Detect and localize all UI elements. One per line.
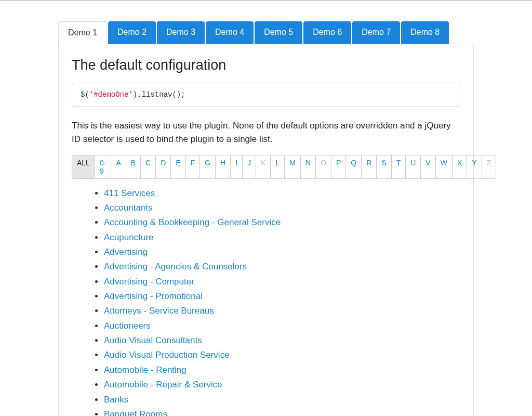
list-item: Banquet Rooms bbox=[104, 407, 460, 416]
list-item-link[interactable]: Acupuncture bbox=[104, 232, 153, 242]
code-snippet: $('#demoOne').listnav(); bbox=[72, 83, 460, 107]
tab-demo-3[interactable]: Demo 3 bbox=[157, 21, 205, 44]
code-prefix: $( bbox=[81, 90, 89, 99]
letter-h[interactable]: H bbox=[216, 155, 231, 178]
list-item: Banks bbox=[104, 393, 460, 407]
tab-demo-4[interactable]: Demo 4 bbox=[206, 21, 254, 44]
list-item: Audio Visual Production Service bbox=[104, 348, 460, 362]
list-item-link[interactable]: Audio Visual Consultants bbox=[104, 335, 202, 345]
letter-t[interactable]: T bbox=[392, 155, 406, 178]
description-text: This is the easiest way to use the plugi… bbox=[72, 119, 460, 147]
page-title: The default configuration bbox=[72, 57, 460, 73]
letter-e[interactable]: E bbox=[171, 155, 185, 178]
tab-content: The default configuration $('#demoOne').… bbox=[58, 44, 474, 416]
letter-p[interactable]: P bbox=[331, 155, 346, 178]
list-item-link[interactable]: Attorneys - Service Bureaus bbox=[104, 306, 214, 316]
list-item: Automobile - Renting bbox=[104, 363, 460, 378]
letter-s[interactable]: S bbox=[377, 155, 391, 178]
main-container: Demo 1Demo 2Demo 3Demo 4Demo 5Demo 6Demo… bbox=[58, 1, 474, 416]
list-item-link[interactable]: Advertising - Promotional bbox=[104, 291, 203, 301]
demo-tabs: Demo 1Demo 2Demo 3Demo 4Demo 5Demo 6Demo… bbox=[58, 21, 474, 44]
list-item-link[interactable]: Accountants bbox=[104, 203, 153, 213]
letter-v[interactable]: V bbox=[421, 155, 435, 178]
letter-g[interactable]: G bbox=[200, 155, 216, 178]
list-item-link[interactable]: Automobile - Repair & Service bbox=[104, 380, 222, 389]
list-item-link[interactable]: Banquet Rooms bbox=[104, 409, 167, 416]
list-item: 411 Services bbox=[104, 186, 460, 201]
code-selector: '#demoOne' bbox=[89, 90, 133, 99]
list-item-link[interactable]: Banks bbox=[104, 395, 128, 405]
list-item: Acupuncture bbox=[104, 230, 460, 245]
letter-i[interactable]: I bbox=[231, 155, 243, 178]
list-item-link[interactable]: Auctioneers bbox=[104, 321, 151, 331]
list-item-link[interactable]: Advertising - Agencies & Counselors bbox=[104, 262, 247, 271]
list-item: Audio Visual Consultants bbox=[104, 333, 460, 348]
tab-demo-2[interactable]: Demo 2 bbox=[108, 21, 156, 44]
letter-nav: ALL0-9ABCDEFGHIJKLMNOPQRSTUVWXYZ bbox=[72, 155, 496, 179]
tab-demo-1[interactable]: Demo 1 bbox=[58, 21, 107, 44]
list-item-link[interactable]: Advertising bbox=[104, 247, 148, 257]
letter-o: O bbox=[316, 155, 331, 178]
list-item-link[interactable]: Advertising - Computer bbox=[104, 277, 194, 287]
tab-demo-7[interactable]: Demo 7 bbox=[352, 21, 400, 44]
letter-a[interactable]: A bbox=[111, 155, 126, 178]
list-item-link[interactable]: 411 Services bbox=[104, 188, 155, 198]
list-item: Advertising - Computer bbox=[104, 275, 460, 289]
tab-demo-6[interactable]: Demo 6 bbox=[303, 21, 351, 44]
letter-r[interactable]: R bbox=[362, 155, 377, 178]
item-list: 411 ServicesAccountantsAccounting & Book… bbox=[104, 186, 460, 416]
list-item: Advertising - Promotional bbox=[104, 289, 460, 304]
list-item: Accountants bbox=[104, 201, 460, 215]
list-item-link[interactable]: Audio Visual Production Service bbox=[104, 350, 230, 360]
list-item: Auctioneers bbox=[104, 319, 460, 333]
letter-m[interactable]: M bbox=[285, 155, 301, 178]
letter-b[interactable]: B bbox=[126, 155, 141, 178]
letter-u[interactable]: U bbox=[406, 155, 421, 178]
letter-k: K bbox=[256, 155, 271, 178]
list-item: Accounting & Bookkeeping - General Servi… bbox=[104, 215, 460, 230]
letter-y[interactable]: Y bbox=[467, 155, 482, 178]
list-item: Advertising bbox=[104, 245, 460, 259]
letter-l[interactable]: L bbox=[271, 155, 285, 178]
letter-d[interactable]: D bbox=[156, 155, 171, 178]
letter-f[interactable]: F bbox=[186, 155, 201, 178]
letter-n[interactable]: N bbox=[301, 155, 316, 178]
letter-q[interactable]: Q bbox=[346, 155, 362, 178]
list-item: Attorneys - Service Bureaus bbox=[104, 304, 460, 318]
tab-demo-5[interactable]: Demo 5 bbox=[255, 21, 302, 44]
list-item-link[interactable]: Accounting & Bookkeeping - General Servi… bbox=[104, 217, 281, 227]
letter-09[interactable]: 0-9 bbox=[95, 155, 111, 178]
letter-w[interactable]: W bbox=[436, 155, 453, 178]
list-item-link[interactable]: Automobile - Renting bbox=[104, 365, 187, 375]
code-suffix: ).listnav(); bbox=[133, 90, 185, 99]
letter-j[interactable]: J bbox=[243, 155, 256, 178]
list-item: Advertising - Agencies & Counselors bbox=[104, 259, 460, 274]
tab-demo-8[interactable]: Demo 8 bbox=[401, 21, 449, 44]
letter-all[interactable]: ALL bbox=[72, 155, 95, 178]
letter-x[interactable]: X bbox=[453, 155, 467, 178]
letter-c[interactable]: C bbox=[141, 155, 156, 178]
letter-z: Z bbox=[482, 155, 496, 178]
list-item: Automobile - Repair & Service bbox=[104, 378, 460, 392]
